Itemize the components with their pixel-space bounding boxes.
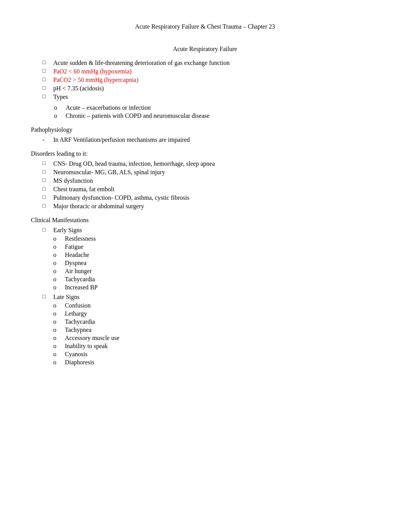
bullet-icon-2: □ (42, 68, 51, 74)
dash-marker: - (42, 136, 50, 143)
early-signs-bullet: □ (42, 227, 51, 233)
disorder-item-6: □ Major thoracic or abdominal surgery (31, 203, 379, 210)
bullet-item-5: □ Types (31, 93, 379, 100)
disorder-item-5: □ Pulmonary dysfunction- COPD, asthma, c… (31, 194, 379, 201)
late-sign-4: o Tachypnea (53, 326, 119, 333)
disorder-item-2: □ Neuromuscular- MG, GB, ALS, spinal inj… (31, 169, 379, 176)
section1-title: Acute Respiratory Failure (31, 46, 379, 53)
pathophysiology-item: - In ARF Ventilation/perfusion mechanism… (42, 136, 379, 143)
early-sign-6: o Tachycardia (53, 276, 98, 283)
early-sign-5: o Air hunger (53, 268, 98, 275)
bullet-item-2: □ PaO2 < 60 mmHg (hypoxemia) (31, 68, 379, 75)
early-signs-item: □ Early Signs o Restlessness o Fatigue o… (31, 227, 379, 292)
disorder-item-1: □ CNS- Drug OD, head trauma, infection, … (31, 160, 379, 167)
types-sub-item-2: o Chronic – patients with COPD and neuro… (54, 112, 379, 119)
early-sign-7: o Increased BP (53, 284, 98, 291)
disorder-item-3: □ MS dysfunction (31, 177, 379, 184)
main-bullet-list: □ Acute sudden & life-threatening deteri… (31, 59, 379, 100)
bullet-icon-3: □ (42, 76, 51, 83)
clinical-list: □ Early Signs o Restlessness o Fatigue o… (31, 227, 379, 367)
disorders-heading: Disorders leading to it: (31, 150, 379, 157)
types-sublist: o Acute – exacerbations or infection o C… (54, 104, 379, 119)
disorder-bullet-4: □ (42, 186, 51, 192)
bullet-item-3: □ PaCO2 > 50 mmHg (hypercapnia) (31, 76, 379, 83)
late-signs-item: □ Late Signs o Confusion o Lethargy o Ta… (31, 294, 379, 367)
early-sign-1: o Restlessness (53, 235, 98, 242)
disorder-bullet-6: □ (42, 203, 51, 209)
late-sign-3: o Tachycardia (53, 318, 119, 325)
early-sign-3: o Headache (53, 252, 98, 258)
types-sub-item-1: o Acute – exacerbations or infection (54, 104, 379, 111)
late-sign-6: o Inability to speak (53, 343, 119, 350)
late-signs-bullet: □ (42, 294, 51, 300)
late-sign-5: o Accessory muscle use (53, 335, 119, 342)
early-sign-4: o Dyspnea (53, 260, 98, 267)
clinical-manifestations-heading: Clinical Manifestations (31, 217, 379, 224)
pathophysiology-heading: Pathophysiology (31, 126, 379, 133)
disorder-item-4: □ Chest trauma, fat emboli (31, 186, 379, 193)
disorders-list: □ CNS- Drug OD, head trauma, infection, … (31, 160, 379, 210)
bullet-icon-1: □ (42, 59, 51, 66)
page-title: Acute Respiratory Failure & Chest Trauma… (31, 23, 379, 30)
bullet-icon-4: □ (42, 85, 51, 91)
early-sign-2: o Fatigue (53, 243, 98, 250)
late-sign-7: o Cyanosis (53, 351, 119, 358)
disorder-bullet-1: □ (42, 160, 51, 167)
bullet-item-1: □ Acute sudden & life-threatening deteri… (31, 59, 379, 66)
late-sign-1: o Confusion (53, 302, 119, 309)
disorder-bullet-5: □ (42, 194, 51, 201)
early-signs-sublist: o Restlessness o Fatigue o Headache o Dy… (53, 235, 98, 291)
late-signs-sublist: o Confusion o Lethargy o Tachycardia o T… (53, 302, 119, 366)
late-sign-8: o Diaphoresis (53, 359, 119, 366)
disorder-bullet-3: □ (42, 177, 51, 184)
disorder-bullet-2: □ (42, 169, 51, 175)
bullet-item-4: □ pH < 7.35 (acidosis) (31, 85, 379, 92)
bullet-icon-5: □ (42, 93, 51, 100)
late-sign-2: o Lethargy (53, 310, 119, 317)
